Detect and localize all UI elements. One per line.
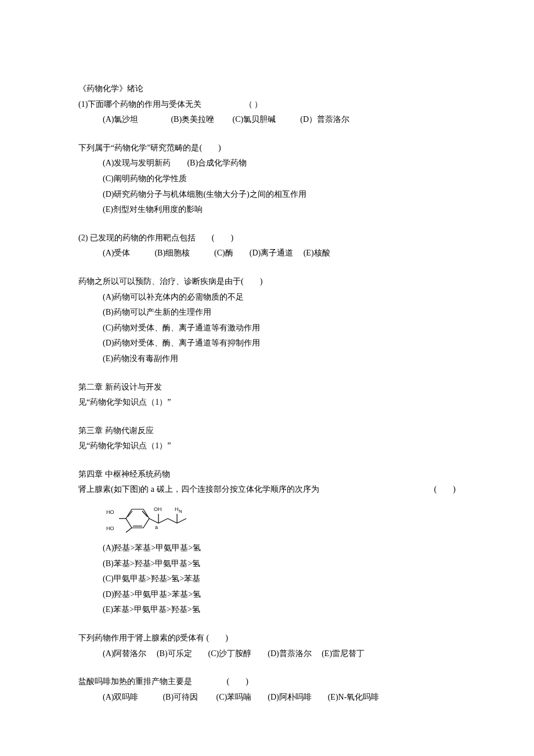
svg-line-9 <box>177 519 186 523</box>
ch4-q2-options: (A)阿替洛尔 (B)可乐定 (C)沙丁胺醇 (D)普萘洛尔 (E)雷尼替丁 <box>78 646 456 662</box>
section-intro: 《药物化学》绪论 (1)下面哪个药物的作用与受体无关 （ ） (A)氯沙坦 (B… <box>78 81 456 128</box>
intro-title: 《药物化学》绪论 <box>78 81 456 97</box>
ch4-q1-b: (B)苯基>羟基>甲氨甲基>氢 <box>78 556 456 572</box>
ch2-title: 第二章 新药设计与开发 <box>78 380 456 395</box>
ch4-q3: 盐酸吗啡加热的重排产物主要是 ( ) (A)双吗啡 (B)可待因 (C)苯吗喃 … <box>78 674 456 705</box>
svg-marker-0 <box>126 509 149 528</box>
q4-a: (A)药物可以补充体内的必需物质的不足 <box>78 290 456 305</box>
ch4-q1-blank: ( ) <box>434 482 456 498</box>
q4-e: (E)药物没有毒副作用 <box>78 351 456 367</box>
q1-stem: (1)下面哪个药物的作用与受体无关 <box>78 100 201 109</box>
ch4-q2: 下列药物作用于肾上腺素的β受体有 ( ) (A)阿替洛尔 (B)可乐定 (C)沙… <box>78 631 456 661</box>
q2-stem: 下列属于“药物化学”研究范畴的是( ) <box>78 141 456 156</box>
label-n: N <box>179 509 182 514</box>
ch2-line: 见“药物化学知识点（1）” <box>78 395 456 411</box>
q2-c: (C)阐明药物的化学性质 <box>78 171 456 187</box>
label-ho2: HO <box>106 525 114 531</box>
ch3-line: 见“药物化学知识点（1）” <box>78 438 456 454</box>
label-oh: OH <box>154 506 162 512</box>
ch4-q1-a: (A)羟基>苯基>甲氨甲基>氢 <box>78 541 456 556</box>
ch4-q1-e: (E)苯基>甲氨甲基>羟基>氢 <box>78 602 456 618</box>
ch3-title: 第三章 药物代谢反应 <box>78 423 456 439</box>
ch4-q1-c: (C)甲氨甲基>羟基>氢>苯基 <box>78 571 456 587</box>
q2-e: (E)剂型对生物利用度的影响 <box>78 202 456 218</box>
q4: 药物之所以可以预防、治疗、诊断疾病是由于( ) (A)药物可以补充体内的必需物质… <box>78 274 456 367</box>
q1-blank: （ ） <box>244 100 263 109</box>
q1-options: (A)氯沙坦 (B)奥美拉唑 (C)氯贝胆碱 (D）普萘洛尔 <box>78 112 456 128</box>
q2: 下列属于“药物化学”研究范畴的是( ) (A)发现与发明新药 (B)合成化学药物… <box>78 141 456 218</box>
ch4-q2-stem: 下列药物作用于肾上腺素的β受体有 ( ) <box>78 631 456 646</box>
label-a: a <box>155 524 158 530</box>
svg-line-5 <box>126 528 132 532</box>
svg-line-7 <box>158 519 168 523</box>
q3: (2) 已发现的药物的作用靶点包括 ( ) (A)受体 (B)细胞核 (C)酶 … <box>78 231 456 261</box>
section-ch4: 第四章 中枢神经系统药物 肾上腺素(如下图)的 a 碳上，四个连接部分按立体化学… <box>78 467 456 618</box>
ch4-q1-row: 肾上腺素(如下图)的 a 碳上，四个连接部分按立体化学顺序的次序为 ( ) <box>78 482 456 498</box>
label-h: H <box>175 506 179 512</box>
q3-options: (A)受体 (B)细胞核 (C)酶 (D)离子通道 (E)核酸 <box>78 246 456 261</box>
svg-line-8 <box>168 519 177 523</box>
q1-row: (1)下面哪个药物的作用与受体无关 （ ） <box>78 97 456 113</box>
ch4-q1-stem: 肾上腺素(如下图)的 a 碳上，四个连接部分按立体化学顺序的次序为 <box>78 482 319 498</box>
epinephrine-structure: HO HO OH H N a <box>78 501 456 536</box>
q3-stem: (2) 已发现的药物的作用靶点包括 ( ) <box>78 231 456 246</box>
q4-b: (B)药物可以产生新的生理作用 <box>78 305 456 321</box>
ch4-q3-stem: 盐酸吗啡加热的重排产物主要是 ( ) <box>78 674 456 690</box>
q4-c: (C)药物对受体、酶、离子通道等有激动作用 <box>78 321 456 336</box>
q2-d: (D)研究药物分子与机体细胞(生物大分子)之间的相互作用 <box>78 187 456 203</box>
q4-stem: 药物之所以可以预防、治疗、诊断疾病是由于( ) <box>78 274 456 290</box>
chem-structure-icon: HO HO OH H N a <box>103 501 201 536</box>
ch4-q1-d: (D)羟基>甲氨甲基>苯基>氢 <box>78 587 456 603</box>
ch4-title: 第四章 中枢神经系统药物 <box>78 467 456 483</box>
section-ch3: 第三章 药物代谢反应 见“药物化学知识点（1）” <box>78 423 456 454</box>
q4-d: (D)药物对受体、酶、离子通道等有抑制作用 <box>78 336 456 351</box>
ch4-q3-options: (A)双吗啡 (B)可待因 (C)苯吗喃 (D)阿朴吗啡 (E)N-氧化吗啡 <box>78 690 456 705</box>
section-ch2: 第二章 新药设计与开发 见“药物化学知识点（1）” <box>78 380 456 411</box>
q2-a: (A)发现与发明新药 (B)合成化学药物 <box>78 156 456 171</box>
svg-line-6 <box>149 519 158 523</box>
label-ho1: HO <box>106 509 114 515</box>
